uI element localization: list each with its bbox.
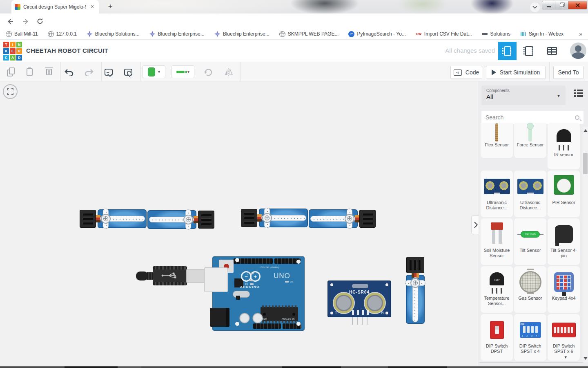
color-dropdown[interactable]: ▾: [143, 65, 165, 78]
servo-horn-hub: [262, 213, 272, 223]
undo-button[interactable]: [64, 66, 75, 78]
play-icon: [492, 70, 496, 75]
servo-connector: [80, 210, 96, 228]
close-button[interactable]: [568, 1, 587, 9]
analog-label: ANALOG IN: [282, 318, 295, 320]
component-card[interactable]: Ultrasonic Distance...: [514, 171, 546, 217]
schematic-view-button[interactable]: [520, 42, 538, 60]
mirror-button[interactable]: [223, 66, 234, 78]
rotate-button[interactable]: [203, 66, 214, 78]
servo-motor[interactable]: [241, 207, 310, 229]
new-tab-button[interactable]: +: [105, 2, 115, 12]
component-card[interactable]: Flex Sensor: [481, 123, 513, 158]
panel-scrollbar[interactable]: [583, 127, 588, 362]
digital-pin-header[interactable]: [234, 258, 273, 264]
power-pin-header[interactable]: [253, 323, 281, 329]
bookmark-item[interactable]: P PyImageSearch - Yo...: [348, 31, 405, 37]
servo-motor[interactable]: [307, 208, 376, 229]
bookmark-item[interactable]: SKMPPL WEB PAGE...: [279, 31, 339, 37]
bookmarks-overflow-icon[interactable]: »: [579, 30, 582, 38]
bookmark-item[interactable]: Solutions: [482, 31, 510, 37]
copy-button[interactable]: [5, 66, 16, 78]
breadboard-view-button[interactable]: [498, 42, 517, 60]
component-thumb: [550, 174, 577, 199]
servo-motor[interactable]: [146, 209, 214, 230]
bookmark-item[interactable]: Bluechip Solutions...: [87, 31, 140, 37]
bookmarks-bar: Ball Mill-11 127.0.0.1 Bluechip Solution…: [0, 29, 588, 40]
component-search[interactable]: [481, 111, 584, 124]
component-label: Tilt Sensor: [519, 247, 541, 253]
hcsr04-pin[interactable]: [357, 310, 359, 315]
hcsr04-pin[interactable]: [362, 310, 364, 315]
component-label: Keypad 4x4: [551, 295, 576, 301]
user-avatar[interactable]: [570, 43, 586, 59]
servo-motor[interactable]: [405, 257, 426, 325]
wire-style-dropdown[interactable]: ▾: [172, 65, 194, 78]
bookmark-item[interactable]: CW Import CSV File Dat...: [416, 31, 472, 37]
bookmark-item[interactable]: Bluechip Enterprise...: [149, 31, 205, 37]
component-card[interactable]: Tilt Sensor 4-pin: [548, 218, 580, 265]
component-card[interactable]: IR sensor: [548, 123, 580, 169]
search-input[interactable]: [486, 114, 575, 121]
zoom-to-fit-button[interactable]: [3, 84, 18, 99]
arduino-usb-port: [204, 267, 228, 292]
forward-button[interactable]: [20, 16, 31, 27]
restore-button[interactable]: [555, 1, 568, 9]
send-to-button[interactable]: Send To: [553, 66, 584, 79]
component-card[interactable]: PIR Sensor: [548, 171, 580, 217]
design-title[interactable]: CHEETAH ROBOT CIRCUIT: [26, 47, 108, 54]
circuit-canvas[interactable]: −+ ARDUINO UNO DIGITAL (PWM~) POWER ANAL…: [0, 81, 479, 366]
browser-toolbar: ☆ tinkercad.com/things/3JftTSXnYYc-super…: [0, 13, 588, 29]
hcsr04-pin[interactable]: [352, 310, 354, 315]
bookmark-item[interactable]: Ball Mill-11: [6, 31, 38, 37]
bookmark-item[interactable]: Bluechip Enterprise...: [214, 31, 270, 37]
component-list-view-button[interactable]: [543, 42, 561, 60]
redo-button[interactable]: [83, 66, 94, 78]
annotation-icon: [124, 69, 132, 76]
component-card[interactable]: DIP Switch SPST x 6: [548, 314, 580, 361]
delete-button[interactable]: [43, 66, 55, 78]
tab-search-chevron-icon[interactable]: [530, 2, 540, 12]
usb-cable-connector[interactable]: [153, 266, 187, 285]
list-scroll-down-icon[interactable]: ▾: [564, 355, 567, 360]
browser-tab[interactable]: Circuit design Super Migelo-Sang ×: [11, 0, 99, 13]
tab-close-icon[interactable]: ×: [89, 4, 96, 10]
bookmark-favicon: CW: [416, 31, 422, 37]
bookmark-favicon: [214, 31, 220, 37]
digital-label: DIGITAL (PWM~): [261, 266, 279, 269]
component-thumb: [483, 174, 510, 199]
code-button[interactable]: </ Code: [450, 66, 482, 79]
component-card[interactable]: Ultrasonic Distance...: [481, 171, 513, 217]
component-card[interactable]: Soil Moisture Sensor: [481, 218, 513, 265]
component-card[interactable]: Force Sensor: [514, 123, 546, 158]
component-label: IR sensor: [553, 151, 574, 157]
back-button[interactable]: [5, 16, 16, 27]
ultrasonic-sensor-hcsr04[interactable]: HC-SR04 T R: [327, 280, 391, 317]
component-card[interactable]: DIP Switch DPST: [481, 314, 513, 361]
reload-button[interactable]: [34, 16, 46, 27]
component-card[interactable]: SW 200D Tilt Sensor: [514, 218, 546, 265]
component-card[interactable]: ON 1 2 3 4 DIP Switch SPST x 4: [514, 314, 546, 361]
scrollbar-thumb[interactable]: [583, 153, 588, 174]
usb-cable-tip[interactable]: [136, 272, 148, 280]
scroll-down-arrow[interactable]: [584, 357, 588, 360]
bookmark-item[interactable]: 127.0.0.1: [48, 31, 77, 37]
list-view-icon[interactable]: [574, 90, 583, 97]
components-filter-dropdown[interactable]: Components All ▾: [481, 85, 566, 105]
scroll-up-arrow[interactable]: [584, 129, 588, 132]
annotation-button[interactable]: [122, 66, 134, 78]
hcsr04-leg: [367, 317, 368, 325]
component-card[interactable]: TMP Temperature Sensor...: [481, 266, 513, 313]
color-swatch: [148, 67, 155, 76]
component-card[interactable]: Gas Sensor: [514, 266, 546, 313]
tinkercad-logo[interactable]: TINKERCAD: [3, 42, 22, 61]
paste-button[interactable]: [24, 66, 35, 78]
component-card[interactable]: Keypad 4x4: [548, 266, 580, 313]
hcsr04-pin[interactable]: [367, 310, 369, 315]
notes-button[interactable]: [103, 66, 114, 78]
servo-motor[interactable]: [80, 208, 148, 229]
bookmark-item[interactable]: Sign In - Webex: [520, 31, 564, 37]
component-thumb: [550, 317, 577, 343]
minimize-button[interactable]: [542, 1, 555, 9]
start-simulation-button[interactable]: Start Simulation: [486, 66, 546, 79]
